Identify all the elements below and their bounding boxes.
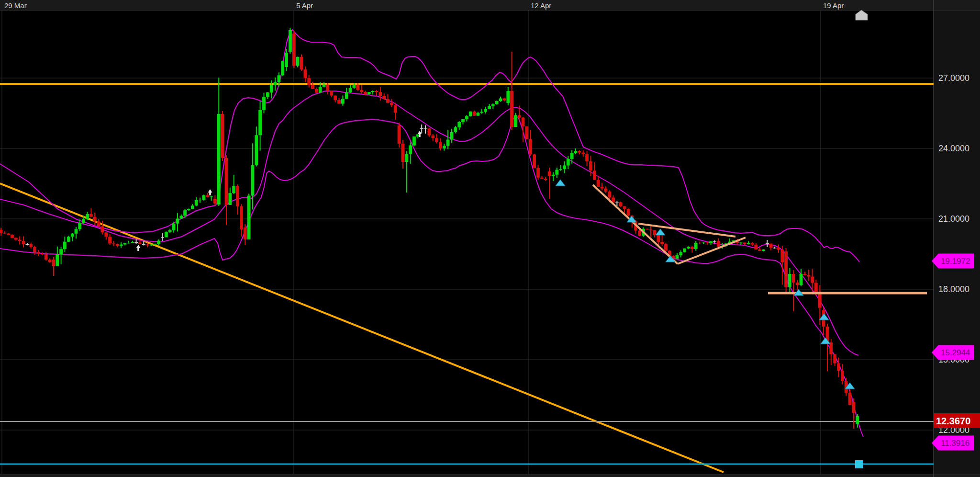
svg-text:19.1972: 19.1972 [941, 257, 970, 266]
svg-text:11.3916: 11.3916 [941, 439, 969, 448]
svg-text:24.0000: 24.0000 [938, 144, 969, 153]
svg-text:29 Mar: 29 Mar [4, 1, 27, 10]
svg-text:19 Apr: 19 Apr [823, 1, 844, 10]
svg-text:21.0000: 21.0000 [938, 214, 969, 224]
svg-text:18.0000: 18.0000 [938, 284, 969, 294]
svg-text:12 Apr: 12 Apr [531, 1, 551, 10]
svg-text:27.0000: 27.0000 [938, 73, 969, 83]
svg-text:15.2944: 15.2944 [941, 348, 970, 357]
svg-text:5 Apr: 5 Apr [296, 1, 313, 10]
svg-text:12.3670: 12.3670 [936, 416, 970, 426]
